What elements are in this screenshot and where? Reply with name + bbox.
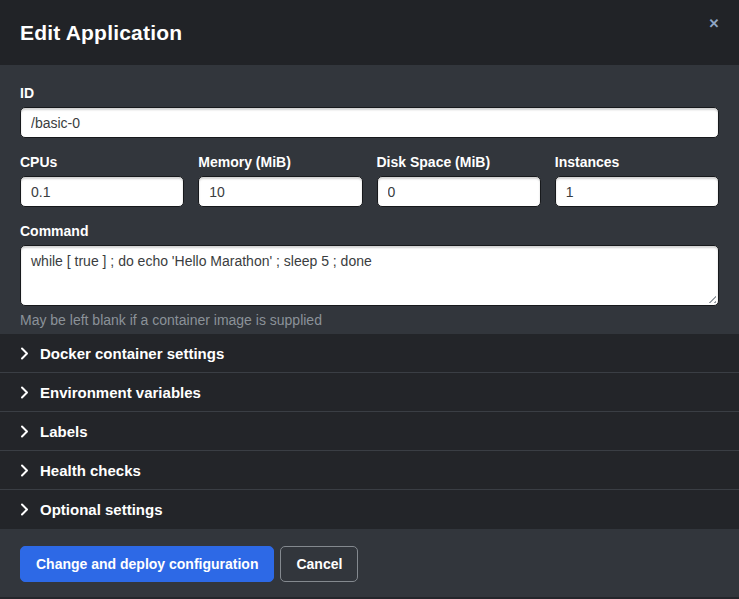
chevron-right-icon [20, 425, 29, 438]
section-labels[interactable]: Labels [0, 412, 739, 451]
section-environment-variables[interactable]: Environment variables [0, 373, 739, 412]
edit-application-modal: Edit Application ✕ ID CPUs Memory (MiB) … [0, 0, 739, 599]
chevron-right-icon [20, 464, 29, 477]
chevron-right-icon [20, 503, 29, 516]
disk-space-input[interactable] [377, 176, 541, 207]
id-input[interactable] [20, 107, 719, 138]
cpus-field-group: CPUs [20, 154, 184, 207]
command-textarea-wrap: while [ true ] ; do echo 'Hello Marathon… [20, 245, 719, 306]
section-label: Optional settings [40, 501, 163, 518]
close-icon: ✕ [709, 16, 720, 31]
id-field-group: ID [20, 85, 719, 138]
command-field-group: Command while [ true ] ; do echo 'Hello … [20, 223, 719, 328]
command-label: Command [20, 223, 719, 239]
instances-input[interactable] [555, 176, 719, 207]
cpus-input[interactable] [20, 176, 184, 207]
cpus-label: CPUs [20, 154, 184, 170]
modal-header: Edit Application ✕ [0, 0, 739, 65]
close-button[interactable]: ✕ [703, 13, 725, 35]
change-and-deploy-button[interactable]: Change and deploy configuration [20, 546, 274, 582]
collapsible-sections: Docker container settings Environment va… [0, 334, 739, 529]
cancel-button[interactable]: Cancel [280, 546, 358, 582]
section-docker-container-settings[interactable]: Docker container settings [0, 334, 739, 373]
section-label: Labels [40, 423, 88, 440]
section-health-checks[interactable]: Health checks [0, 451, 739, 490]
modal-footer: Change and deploy configuration Cancel [0, 529, 739, 599]
command-help-text: May be left blank if a container image i… [20, 312, 719, 328]
modal-title: Edit Application [20, 21, 182, 45]
section-label: Environment variables [40, 384, 201, 401]
id-label: ID [20, 85, 719, 101]
section-optional-settings[interactable]: Optional settings [0, 490, 739, 529]
memory-field-group: Memory (MiB) [198, 154, 362, 207]
command-textarea[interactable]: while [ true ] ; do echo 'Hello Marathon… [20, 245, 719, 306]
chevron-right-icon [20, 347, 29, 360]
memory-label: Memory (MiB) [198, 154, 362, 170]
disk-space-label: Disk Space (MiB) [377, 154, 541, 170]
memory-input[interactable] [198, 176, 362, 207]
disk-space-field-group: Disk Space (MiB) [377, 154, 541, 207]
instances-label: Instances [555, 154, 719, 170]
section-label: Docker container settings [40, 345, 224, 362]
section-label: Health checks [40, 462, 141, 479]
instances-field-group: Instances [555, 154, 719, 207]
modal-body: ID CPUs Memory (MiB) Disk Space (MiB) In… [0, 65, 739, 334]
resources-row: CPUs Memory (MiB) Disk Space (MiB) Insta… [20, 154, 719, 207]
chevron-right-icon [20, 386, 29, 399]
